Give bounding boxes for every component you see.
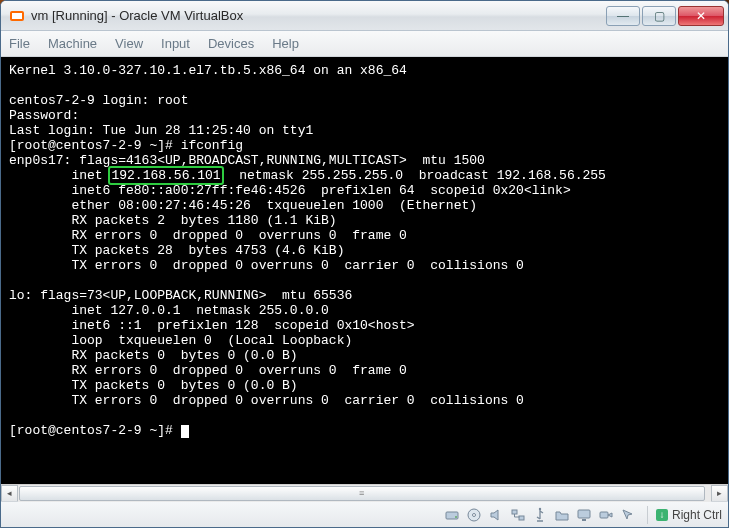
- horizontal-scrollbar[interactable]: ◂ ≡ ▸: [1, 484, 728, 501]
- terminal-prompt: [root@centos7-2-9 ~]#: [9, 423, 181, 438]
- statusbar: ↓ Right Ctrl: [1, 501, 728, 527]
- virtualbox-window: vm [Running] - Oracle VM VirtualBox — ▢ …: [0, 0, 729, 528]
- terminal-line: loop txqueuelen 0 (Local Loopback): [9, 333, 352, 348]
- svg-point-5: [472, 513, 475, 516]
- host-key-label: Right Ctrl: [672, 508, 722, 522]
- svg-rect-6: [512, 510, 517, 514]
- terminal-line: TX packets 0 bytes 0 (0.0 B): [9, 378, 298, 393]
- scroll-right-button[interactable]: ▸: [711, 485, 728, 502]
- menu-help[interactable]: Help: [272, 36, 299, 51]
- terminal-line: inet: [9, 168, 110, 183]
- host-key-indicator[interactable]: ↓ Right Ctrl: [647, 506, 722, 524]
- optical-disk-icon[interactable]: [465, 506, 483, 524]
- terminal-line: RX packets 0 bytes 0 (0.0 B): [9, 348, 298, 363]
- cursor: [181, 425, 189, 438]
- svg-rect-10: [582, 519, 586, 521]
- status-icons: [443, 506, 637, 524]
- titlebar[interactable]: vm [Running] - Oracle VM VirtualBox — ▢ …: [1, 1, 728, 31]
- mouse-integration-icon[interactable]: [619, 506, 637, 524]
- menu-devices[interactable]: Devices: [208, 36, 254, 51]
- svg-rect-1: [12, 13, 22, 19]
- terminal-line: TX errors 0 dropped 0 overruns 0 carrier…: [9, 258, 524, 273]
- menu-view[interactable]: View: [115, 36, 143, 51]
- terminal-line: Kernel 3.10.0-327.10.1.el7.tb.5.x86_64 o…: [9, 63, 407, 78]
- usb-icon[interactable]: [531, 506, 549, 524]
- hard-disk-icon[interactable]: [443, 506, 461, 524]
- svg-rect-7: [519, 516, 524, 520]
- terminal-line: inet 127.0.0.1 netmask 255.0.0.0: [9, 303, 329, 318]
- menubar: File Machine View Input Devices Help: [1, 31, 728, 57]
- minimize-button[interactable]: —: [606, 6, 640, 26]
- terminal-line: netmask 255.255.255.0 broadcast 192.168.…: [224, 168, 606, 183]
- terminal-line: RX errors 0 dropped 0 overruns 0 frame 0: [9, 363, 407, 378]
- host-key-arrow-icon: ↓: [656, 509, 668, 521]
- scroll-track[interactable]: ≡: [18, 485, 711, 502]
- svg-point-3: [455, 516, 457, 518]
- svg-rect-11: [600, 512, 608, 518]
- menu-input[interactable]: Input: [161, 36, 190, 51]
- recording-icon[interactable]: [597, 506, 615, 524]
- terminal-line: RX packets 2 bytes 1180 (1.1 KiB): [9, 213, 337, 228]
- menu-machine[interactable]: Machine: [48, 36, 97, 51]
- menu-file[interactable]: File: [9, 36, 30, 51]
- audio-icon[interactable]: [487, 506, 505, 524]
- terminal-line: lo: flags=73<UP,LOOPBACK,RUNNING> mtu 65…: [9, 288, 352, 303]
- close-button[interactable]: ✕: [678, 6, 724, 26]
- terminal-line: Last login: Tue Jun 28 11:25:40 on tty1: [9, 123, 313, 138]
- terminal-line: [root@centos7-2-9 ~]# ifconfig: [9, 138, 243, 153]
- terminal[interactable]: Kernel 3.10.0-327.10.1.el7.tb.5.x86_64 o…: [1, 57, 728, 484]
- terminal-line: RX errors 0 dropped 0 overruns 0 frame 0: [9, 228, 407, 243]
- window-title: vm [Running] - Oracle VM VirtualBox: [31, 8, 606, 23]
- display-icon[interactable]: [575, 506, 593, 524]
- scroll-thumb[interactable]: ≡: [19, 486, 705, 501]
- app-icon: [9, 8, 25, 24]
- terminal-line: ether 08:00:27:46:45:26 txqueuelen 1000 …: [9, 198, 477, 213]
- terminal-line: centos7-2-9 login: root: [9, 93, 188, 108]
- terminal-line: inet6 fe80::a00:27ff:fe46:4526 prefixlen…: [9, 183, 571, 198]
- terminal-line: Password:: [9, 108, 79, 123]
- maximize-button[interactable]: ▢: [642, 6, 676, 26]
- shared-folders-icon[interactable]: [553, 506, 571, 524]
- network-icon[interactable]: [509, 506, 527, 524]
- terminal-line: TX packets 28 bytes 4753 (4.6 KiB): [9, 243, 344, 258]
- scroll-left-button[interactable]: ◂: [1, 485, 18, 502]
- svg-point-8: [539, 507, 541, 509]
- svg-rect-9: [578, 510, 590, 518]
- terminal-line: TX errors 0 dropped 0 overruns 0 carrier…: [9, 393, 524, 408]
- terminal-line: enp0s17: flags=4163<UP,BROADCAST,RUNNING…: [9, 153, 485, 168]
- terminal-line: inet6 ::1 prefixlen 128 scopeid 0x10<hos…: [9, 318, 415, 333]
